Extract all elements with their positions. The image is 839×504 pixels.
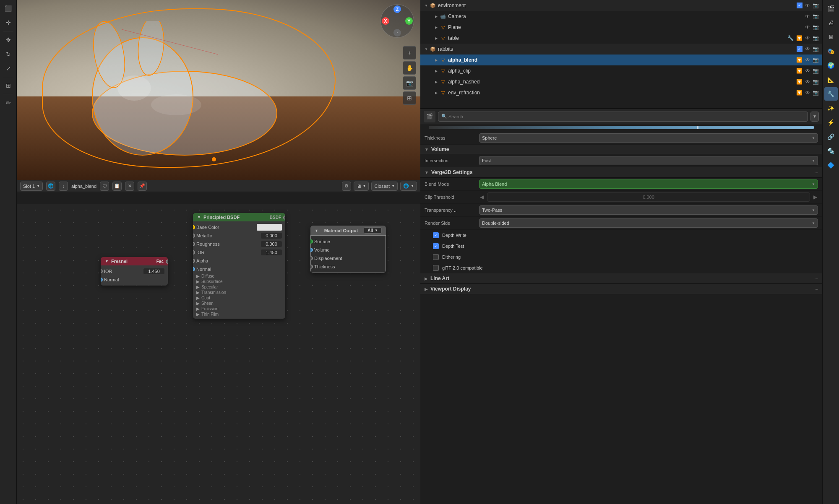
- toolbar-select-btn[interactable]: ⬛: [2, 2, 15, 15]
- fresnel-ior-value[interactable]: 1.450: [143, 268, 164, 274]
- table-eye2[interactable]: 👁: [805, 35, 810, 41]
- ah-eye[interactable]: 👁: [805, 79, 810, 85]
- rabbits-expand[interactable]: ▼: [424, 47, 429, 52]
- blend-mode-dropdown[interactable]: Alpha Blend ▼: [479, 179, 818, 189]
- environment-camera[interactable]: 📷: [813, 3, 819, 8]
- roughness-socket[interactable]: [193, 242, 195, 246]
- line-art-section-header[interactable]: ▶ Line Art ···: [420, 273, 822, 284]
- clip-threshold-minus[interactable]: ◀: [479, 194, 485, 200]
- principled-subsurface-section[interactable]: ▶Subsurface: [193, 279, 285, 284]
- rabbits-checkbox[interactable]: ✓: [797, 46, 803, 52]
- grid-btn[interactable]: ⊞: [403, 91, 416, 105]
- props-expand-btn[interactable]: ▼: [810, 112, 819, 122]
- camera-view-btn[interactable]: 📷: [403, 76, 416, 90]
- ac-expand[interactable]: ▶: [434, 68, 439, 73]
- principled-emission-section[interactable]: ▶Emission: [193, 306, 285, 312]
- transparency-dropdown[interactable]: Two-Pass ▼: [479, 205, 818, 215]
- rs-render-btn[interactable]: 🎬: [824, 2, 838, 15]
- rabbits-cam[interactable]: 📷: [813, 46, 819, 52]
- hand-btn[interactable]: ✋: [403, 61, 416, 75]
- principled-sheen-section[interactable]: ▶Sheen: [193, 301, 285, 306]
- er-expand[interactable]: ▶: [434, 90, 439, 95]
- volume-socket[interactable]: [310, 248, 313, 252]
- dithering-checkbox[interactable]: [433, 254, 439, 260]
- rs-view-btn[interactable]: 🖥: [824, 30, 838, 44]
- rs-constraints-btn[interactable]: 🔗: [824, 130, 838, 143]
- viewport-gizmo[interactable]: Z X Y ·: [380, 4, 414, 38]
- rabbits-eye[interactable]: 👁: [805, 46, 810, 52]
- table-expand[interactable]: ▶: [434, 36, 439, 41]
- er-filter[interactable]: 🔽: [796, 90, 803, 96]
- ah-cam[interactable]: 📷: [813, 79, 819, 85]
- fresnel-normal-socket[interactable]: [101, 278, 103, 282]
- material-pin-btn[interactable]: 📌: [138, 182, 147, 191]
- gltf-checkbox[interactable]: [433, 265, 439, 271]
- intersection-dropdown[interactable]: Fast ▼: [479, 156, 818, 165]
- toolbar-transform-btn[interactable]: ⊞: [2, 79, 15, 92]
- gizmo-z-axis[interactable]: Z: [393, 5, 401, 13]
- toolbar-move-btn[interactable]: ✥: [2, 33, 15, 47]
- rs-particles-btn[interactable]: ✨: [824, 101, 838, 115]
- plane-expand[interactable]: ▶: [434, 25, 439, 30]
- ab-expand[interactable]: ▶: [434, 57, 439, 62]
- outliner-row-rabbits[interactable]: ▼ 📦 rabbits ✓ 👁 📷: [420, 44, 822, 55]
- toolbar-rotate-btn[interactable]: ↻: [2, 47, 15, 61]
- verge3d-section-header[interactable]: ▼ Verge3D Settings ···: [420, 167, 822, 178]
- principled-specular-section[interactable]: ▶Specular: [193, 284, 285, 290]
- plane-cam[interactable]: 📷: [813, 24, 819, 30]
- outliner-row-alpha-clip[interactable]: ▶ ▽ alpha_clip 🔽 👁 📷: [420, 65, 822, 76]
- viewport[interactable]: Z X Y · + ✋ 📷 ⊞: [17, 0, 420, 180]
- table-filter[interactable]: 🔽: [796, 35, 803, 41]
- outliner-row-alpha-blend[interactable]: ▶ ▽ alpha_blend 🔽 👁 📷: [420, 55, 822, 65]
- node-principled-bsdf[interactable]: ▼ Principled BSDF BSDF Base Color Metall…: [193, 213, 285, 319]
- depth-test-checkbox[interactable]: ✓: [433, 243, 439, 249]
- normal-socket[interactable]: [193, 267, 195, 271]
- metallic-socket[interactable]: [193, 234, 195, 238]
- outliner-row-camera[interactable]: ▶ 📹 Camera 👁 📷: [420, 11, 822, 22]
- environment-expand[interactable]: ▼: [424, 3, 429, 8]
- ah-filter[interactable]: 🔽: [796, 79, 803, 85]
- node-material-output[interactable]: ▼ Material Output All ▼ Surface Volume: [310, 226, 386, 273]
- surface-socket[interactable]: [310, 239, 313, 244]
- material-delete-btn[interactable]: ✕: [125, 182, 134, 191]
- ac-cam[interactable]: 📷: [813, 68, 819, 74]
- material-type-btn[interactable]: 🌐: [46, 182, 55, 191]
- rs-scene-btn[interactable]: 🎭: [824, 44, 838, 58]
- plane-eye[interactable]: 👁: [805, 24, 810, 30]
- ab-filter[interactable]: 🔽: [796, 57, 803, 63]
- displacement-socket[interactable]: [310, 256, 313, 260]
- rs-mesh-btn[interactable]: 🔷: [824, 158, 838, 172]
- rs-world-btn[interactable]: 🌍: [824, 59, 838, 72]
- toolbar-scale-btn[interactable]: ⤢: [2, 62, 15, 75]
- metallic-value[interactable]: 0.000: [261, 233, 282, 239]
- ac-eye[interactable]: 👁: [805, 68, 810, 74]
- closest-dropdown[interactable]: Closest ▼: [371, 182, 398, 191]
- toolbar-cursor-btn[interactable]: ✛: [2, 16, 15, 29]
- volume-section-header[interactable]: ▼ Volume: [420, 145, 822, 154]
- base-color-swatch[interactable]: [257, 224, 282, 231]
- material-shield-btn[interactable]: 🛡: [100, 182, 109, 191]
- ah-expand[interactable]: ▶: [434, 79, 439, 84]
- base-color-socket[interactable]: [193, 225, 195, 229]
- gizmo-dot[interactable]: ·: [393, 29, 401, 36]
- render-side-dropdown[interactable]: Double-sided ▼: [479, 218, 818, 228]
- er-cam[interactable]: 📷: [813, 90, 819, 96]
- er-eye[interactable]: 👁: [805, 90, 810, 96]
- principled-thinfilm-section[interactable]: ▶Thin Film: [193, 312, 285, 317]
- table-cam[interactable]: 📷: [813, 35, 819, 41]
- alpha-socket[interactable]: [193, 259, 195, 263]
- ab-cam[interactable]: 📷: [813, 57, 819, 63]
- outliner-row-env-refraction[interactable]: ▶ ▽ env_refraction 🔽 👁 📷: [420, 87, 822, 98]
- gizmo-circle[interactable]: Z X Y ·: [380, 4, 414, 38]
- clip-threshold-plus[interactable]: ▶: [813, 194, 818, 200]
- viewport-type-dropdown[interactable]: 🖥 ▼: [354, 182, 369, 191]
- search-input[interactable]: [438, 112, 808, 122]
- outliner-row-plane[interactable]: ▶ ▽ Plane 👁 📷: [420, 22, 822, 33]
- thickness-dropdown[interactable]: Sphere ▼: [479, 133, 818, 143]
- rs-modifiers-btn[interactable]: 🔩: [824, 144, 838, 158]
- gizmo-x-axis[interactable]: X: [382, 17, 389, 25]
- rs-object-btn[interactable]: 📐: [824, 73, 838, 86]
- viewport-display-section-header[interactable]: ▶ Viewport Display ···: [420, 284, 822, 294]
- roughness-value[interactable]: 0.000: [261, 241, 282, 247]
- depth-write-checkbox[interactable]: ✓: [433, 232, 439, 238]
